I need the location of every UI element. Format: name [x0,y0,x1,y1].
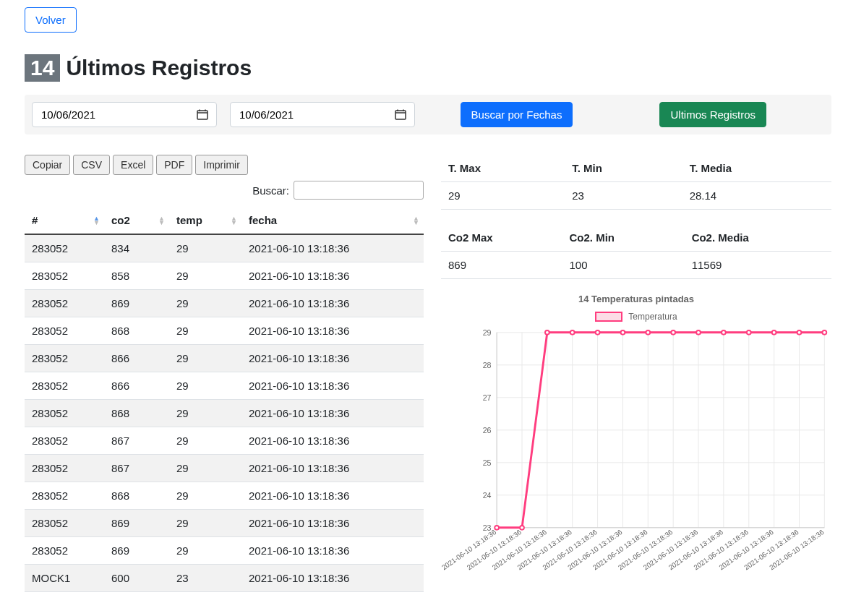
search-label: Buscar: [252,184,289,197]
cell-co2: 869 [104,510,169,537]
back-button[interactable]: Volver [25,7,77,33]
table-row: 283052866292021-06-10 13:18:36 [25,345,424,372]
cell-fecha: 2021-06-10 13:18:36 [241,262,424,290]
svg-text:26: 26 [483,426,492,435]
cell-co2: 858 [104,262,169,290]
cell-id: MOCK1 [25,565,104,592]
sort-icon: ▲▼ [413,216,419,225]
search-by-dates-button[interactable]: Buscar por Fechas [461,102,573,127]
col-temp[interactable]: temp▲▼ [169,207,241,234]
svg-point-47 [722,330,726,335]
stat-value: 29 [441,182,565,210]
stat-value: 23 [565,182,682,210]
excel-button[interactable]: Excel [113,155,153,175]
csv-button[interactable]: CSV [73,155,110,175]
cell-temp: 29 [169,427,241,455]
svg-point-48 [747,330,751,335]
legend-label: Temperatura [628,312,677,322]
table-row: 283052868292021-06-10 13:18:36 [25,400,424,427]
cell-co2: 867 [104,455,169,482]
cell-fecha: 2021-06-10 13:18:36 [241,345,424,372]
export-toolbar: Copiar CSV Excel PDF Imprimir [25,155,424,175]
stat-value: 11569 [685,252,831,279]
stat-header: Co2 Max [441,224,562,252]
stat-header: T. Min [565,155,682,182]
cell-id: 283052 [25,372,104,400]
stats-temp-table: T. Max T. Min T. Media 29 23 28.14 [441,155,831,210]
svg-point-39 [520,526,524,530]
cell-temp: 29 [169,345,241,372]
cell-co2: 600 [104,565,169,592]
calendar-icon [197,109,208,121]
svg-point-44 [646,330,650,335]
cell-temp: 29 [169,455,241,482]
cell-id: 283052 [25,400,104,427]
cell-co2: 866 [104,345,169,372]
cell-fecha: 2021-06-10 13:18:36 [241,427,424,455]
table-row: 283052869292021-06-10 13:18:36 [25,290,424,317]
cell-fecha: 2021-06-10 13:18:36 [241,482,424,510]
stat-header: T. Media [682,155,831,182]
svg-point-41 [570,330,575,335]
cell-co2: 866 [104,372,169,400]
cell-id: 283052 [25,455,104,482]
cell-fecha: 2021-06-10 13:18:36 [241,510,424,537]
svg-point-38 [495,526,499,530]
col-fecha[interactable]: fecha▲▼ [241,207,424,234]
col-id[interactable]: #▲▼ [25,207,104,234]
latest-records-button[interactable]: Ultimos Registros [659,102,766,127]
stat-value: 28.14 [682,182,831,210]
cell-id: 283052 [25,345,104,372]
table-row: 283052868292021-06-10 13:18:36 [25,482,424,510]
cell-id: 283052 [25,482,104,510]
print-button[interactable]: Imprimir [195,155,248,175]
cell-fecha: 2021-06-10 13:18:36 [241,317,424,345]
svg-text:28: 28 [483,361,492,369]
chart-legend: Temperatura [441,312,831,322]
date-to-input[interactable] [230,102,415,127]
table-row: MOCK1600232021-06-10 13:18:36 [25,565,424,592]
cell-temp: 29 [169,234,241,262]
stat-header: T. Max [441,155,565,182]
cell-id: 283052 [25,510,104,537]
legend-swatch [595,312,622,322]
cell-id: 283052 [25,317,104,345]
cell-temp: 29 [169,290,241,317]
calendar-icon [395,109,406,121]
table-row: 283052868292021-06-10 13:18:36 [25,317,424,345]
cell-id: 283052 [25,234,104,262]
chart-title: 14 Temperaturas pintadas [441,294,831,304]
cell-fecha: 2021-06-10 13:18:36 [241,455,424,482]
stats-co2-table: Co2 Max Co2. Min Co2. Media 869 100 1156… [441,224,831,279]
cell-co2: 868 [104,482,169,510]
copy-button[interactable]: Copiar [25,155,70,175]
cell-temp: 29 [169,400,241,427]
svg-point-49 [772,330,776,335]
cell-co2: 867 [104,427,169,455]
cell-temp: 29 [169,537,241,565]
search-input[interactable] [294,181,424,200]
svg-point-46 [696,330,701,335]
cell-temp: 29 [169,482,241,510]
cell-id: 283052 [25,290,104,317]
svg-point-50 [797,330,802,335]
pdf-button[interactable]: PDF [156,155,192,175]
cell-temp: 29 [169,317,241,345]
date-from-input[interactable] [32,102,217,127]
table-row: 283052867292021-06-10 13:18:36 [25,455,424,482]
col-co2[interactable]: co2▲▼ [104,207,169,234]
table-row: 283052858292021-06-10 13:18:36 [25,262,424,290]
cell-temp: 29 [169,510,241,537]
temp-line-chart: 232425262728292021-06-10 13:18:362021-06… [441,329,831,580]
cell-co2: 869 [104,290,169,317]
cell-co2: 834 [104,234,169,262]
svg-text:24: 24 [483,491,492,500]
cell-temp: 23 [169,565,241,592]
sort-icon: ▲▼ [158,216,165,225]
table-row: 283052867292021-06-10 13:18:36 [25,427,424,455]
cell-temp: 29 [169,372,241,400]
chart-container: 14 Temperaturas pintadas Temperatura 232… [441,294,831,583]
sort-icon: ▲▼ [93,216,100,225]
table-row: 283052869292021-06-10 13:18:36 [25,537,424,565]
svg-rect-0 [197,111,207,119]
